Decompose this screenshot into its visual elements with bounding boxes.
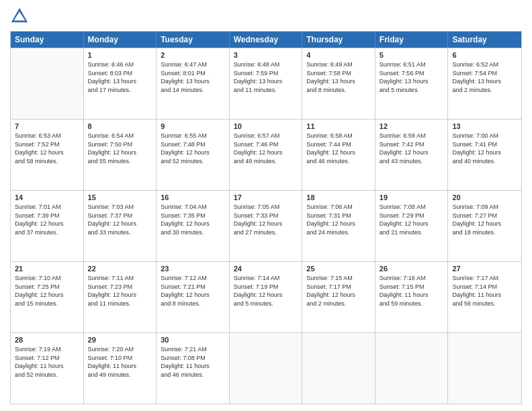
day-number: 10 — [234, 122, 298, 130]
cell-info: Sunrise: 6:53 AM Sunset: 7:52 PM Dayligh… — [15, 132, 79, 165]
cell-info: Sunrise: 6:55 AM Sunset: 7:48 PM Dayligh… — [161, 132, 225, 165]
cal-cell: 27Sunrise: 7:17 AM Sunset: 7:14 PM Dayli… — [448, 262, 521, 332]
cal-cell: 29Sunrise: 7:20 AM Sunset: 7:10 PM Dayli… — [84, 333, 157, 404]
cell-info: Sunrise: 6:47 AM Sunset: 8:01 PM Dayligh… — [161, 60, 225, 94]
day-number: 23 — [161, 265, 225, 273]
cal-header-cell: Thursday — [302, 32, 375, 48]
cal-cell — [11, 48, 84, 119]
cell-info: Sunrise: 6:52 AM Sunset: 7:54 PM Dayligh… — [452, 60, 517, 94]
cal-cell: 22Sunrise: 7:11 AM Sunset: 7:23 PM Dayli… — [84, 262, 157, 332]
day-number: 18 — [306, 193, 371, 201]
calendar: SundayMondayTuesdayWednesdayThursdayFrid… — [10, 31, 522, 404]
day-number: 2 — [161, 51, 225, 59]
cell-info: Sunrise: 6:58 AM Sunset: 7:44 PM Dayligh… — [306, 132, 371, 165]
cell-info: Sunrise: 7:10 AM Sunset: 7:25 PM Dayligh… — [15, 274, 79, 308]
cell-info: Sunrise: 7:00 AM Sunset: 7:41 PM Dayligh… — [452, 132, 517, 165]
cell-info: Sunrise: 6:49 AM Sunset: 7:58 PM Dayligh… — [306, 60, 371, 94]
cal-cell: 20Sunrise: 7:09 AM Sunset: 7:27 PM Dayli… — [448, 191, 521, 261]
cal-cell: 24Sunrise: 7:14 AM Sunset: 7:19 PM Dayli… — [230, 262, 303, 332]
cal-cell: 5Sunrise: 6:51 AM Sunset: 7:56 PM Daylig… — [375, 48, 449, 119]
cal-cell: 17Sunrise: 7:05 AM Sunset: 7:33 PM Dayli… — [230, 191, 303, 261]
cell-info: Sunrise: 7:17 AM Sunset: 7:14 PM Dayligh… — [452, 274, 517, 308]
day-number: 7 — [15, 122, 79, 130]
cal-cell: 10Sunrise: 6:57 AM Sunset: 7:46 PM Dayli… — [230, 120, 303, 190]
cal-header-cell: Tuesday — [157, 32, 230, 48]
cell-info: Sunrise: 7:21 AM Sunset: 7:08 PM Dayligh… — [161, 345, 225, 379]
cal-cell: 2Sunrise: 6:47 AM Sunset: 8:01 PM Daylig… — [157, 48, 230, 119]
day-number: 14 — [15, 193, 79, 201]
cell-info: Sunrise: 6:59 AM Sunset: 7:42 PM Dayligh… — [380, 132, 444, 165]
cell-info: Sunrise: 6:57 AM Sunset: 7:46 PM Dayligh… — [234, 132, 298, 165]
day-number: 29 — [88, 336, 152, 344]
cal-cell: 23Sunrise: 7:12 AM Sunset: 7:21 PM Dayli… — [157, 262, 230, 332]
day-number: 13 — [452, 122, 517, 130]
cal-cell — [230, 333, 303, 404]
cal-cell: 25Sunrise: 7:15 AM Sunset: 7:17 PM Dayli… — [302, 262, 375, 332]
day-number: 5 — [380, 51, 444, 59]
cell-info: Sunrise: 7:09 AM Sunset: 7:27 PM Dayligh… — [452, 203, 517, 236]
cell-info: Sunrise: 7:20 AM Sunset: 7:10 PM Dayligh… — [88, 345, 152, 379]
cal-cell: 4Sunrise: 6:49 AM Sunset: 7:58 PM Daylig… — [302, 48, 375, 119]
cell-info: Sunrise: 6:48 AM Sunset: 7:59 PM Dayligh… — [234, 60, 298, 94]
day-number: 12 — [380, 122, 444, 130]
cal-cell: 18Sunrise: 7:06 AM Sunset: 7:31 PM Dayli… — [302, 191, 375, 261]
cal-cell: 7Sunrise: 6:53 AM Sunset: 7:52 PM Daylig… — [11, 120, 84, 190]
cal-row: 1Sunrise: 6:46 AM Sunset: 8:03 PM Daylig… — [11, 48, 521, 119]
day-number: 30 — [161, 336, 225, 344]
day-number: 26 — [380, 265, 444, 273]
cal-cell — [375, 333, 449, 404]
cal-cell: 6Sunrise: 6:52 AM Sunset: 7:54 PM Daylig… — [448, 48, 521, 119]
calendar-header-row: SundayMondayTuesdayWednesdayThursdayFrid… — [11, 32, 521, 48]
cal-cell: 15Sunrise: 7:03 AM Sunset: 7:37 PM Dayli… — [84, 191, 157, 261]
cell-info: Sunrise: 7:14 AM Sunset: 7:19 PM Dayligh… — [234, 274, 298, 308]
day-number: 21 — [15, 265, 79, 273]
cell-info: Sunrise: 7:15 AM Sunset: 7:17 PM Dayligh… — [306, 274, 371, 308]
cell-info: Sunrise: 7:12 AM Sunset: 7:21 PM Dayligh… — [161, 274, 225, 308]
cell-info: Sunrise: 7:06 AM Sunset: 7:31 PM Dayligh… — [306, 203, 371, 236]
day-number: 17 — [234, 193, 298, 201]
cal-cell: 16Sunrise: 7:04 AM Sunset: 7:35 PM Dayli… — [157, 191, 230, 261]
calendar-body: 1Sunrise: 6:46 AM Sunset: 8:03 PM Daylig… — [11, 48, 521, 404]
cal-header-cell: Sunday — [11, 32, 84, 48]
cal-cell: 28Sunrise: 7:19 AM Sunset: 7:12 PM Dayli… — [11, 333, 84, 404]
cell-info: Sunrise: 7:16 AM Sunset: 7:15 PM Dayligh… — [380, 274, 444, 308]
day-number: 27 — [452, 265, 517, 273]
day-number: 6 — [452, 51, 517, 59]
cal-cell: 3Sunrise: 6:48 AM Sunset: 7:59 PM Daylig… — [230, 48, 303, 119]
cell-info: Sunrise: 6:46 AM Sunset: 8:03 PM Dayligh… — [88, 60, 152, 94]
day-number: 25 — [306, 265, 371, 273]
cal-row: 28Sunrise: 7:19 AM Sunset: 7:12 PM Dayli… — [11, 332, 521, 404]
cal-cell: 1Sunrise: 6:46 AM Sunset: 8:03 PM Daylig… — [84, 48, 157, 119]
cell-info: Sunrise: 7:08 AM Sunset: 7:29 PM Dayligh… — [380, 203, 444, 236]
day-number: 8 — [88, 122, 152, 130]
logo-icon — [10, 7, 29, 26]
day-number: 3 — [234, 51, 298, 59]
day-number: 1 — [88, 51, 152, 59]
day-number: 28 — [15, 336, 79, 344]
cell-info: Sunrise: 6:54 AM Sunset: 7:50 PM Dayligh… — [88, 132, 152, 165]
day-number: 11 — [306, 122, 371, 130]
cal-cell: 9Sunrise: 6:55 AM Sunset: 7:48 PM Daylig… — [157, 120, 230, 190]
cal-row: 21Sunrise: 7:10 AM Sunset: 7:25 PM Dayli… — [11, 261, 521, 332]
cell-info: Sunrise: 6:51 AM Sunset: 7:56 PM Dayligh… — [380, 60, 444, 94]
day-number: 9 — [161, 122, 225, 130]
day-number: 19 — [380, 193, 444, 201]
cal-header-cell: Wednesday — [230, 32, 303, 48]
cal-cell: 30Sunrise: 7:21 AM Sunset: 7:08 PM Dayli… — [157, 333, 230, 404]
day-number: 22 — [88, 265, 152, 273]
cal-cell: 26Sunrise: 7:16 AM Sunset: 7:15 PM Dayli… — [375, 262, 449, 332]
day-number: 24 — [234, 265, 298, 273]
day-number: 20 — [452, 193, 517, 201]
cal-cell: 13Sunrise: 7:00 AM Sunset: 7:41 PM Dayli… — [448, 120, 521, 190]
cal-row: 7Sunrise: 6:53 AM Sunset: 7:52 PM Daylig… — [11, 119, 521, 190]
cal-cell: 11Sunrise: 6:58 AM Sunset: 7:44 PM Dayli… — [302, 120, 375, 190]
cell-info: Sunrise: 7:05 AM Sunset: 7:33 PM Dayligh… — [234, 203, 298, 236]
page: SundayMondayTuesdayWednesdayThursdayFrid… — [0, 0, 532, 411]
cal-header-cell: Friday — [375, 32, 449, 48]
day-number: 4 — [306, 51, 371, 59]
cell-info: Sunrise: 7:01 AM Sunset: 7:39 PM Dayligh… — [15, 203, 79, 236]
cell-info: Sunrise: 7:03 AM Sunset: 7:37 PM Dayligh… — [88, 203, 152, 236]
logo — [10, 7, 32, 26]
cal-cell: 8Sunrise: 6:54 AM Sunset: 7:50 PM Daylig… — [84, 120, 157, 190]
cell-info: Sunrise: 7:11 AM Sunset: 7:23 PM Dayligh… — [88, 274, 152, 308]
